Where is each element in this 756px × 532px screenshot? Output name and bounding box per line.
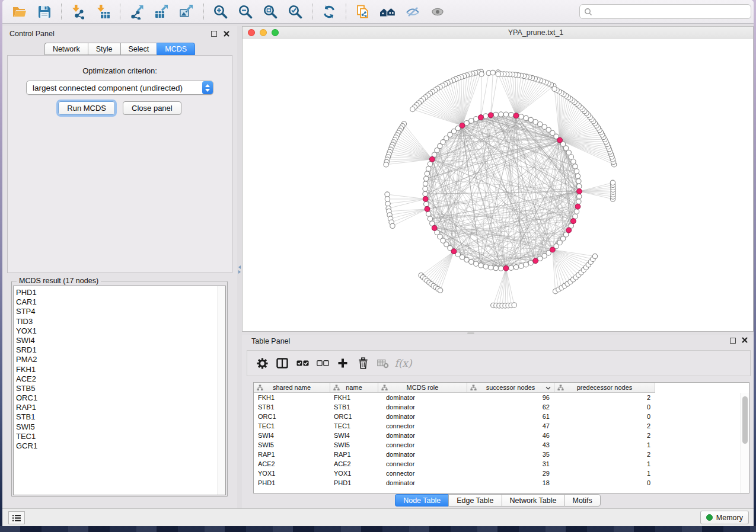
import-table-icon [95,4,111,20]
list-item[interactable]: TID3 [16,317,216,326]
table-cell: FKH1 [330,394,378,401]
memory-button[interactable]: Memory [700,511,749,524]
column-header[interactable]: successor nodes [467,383,554,393]
close-panel-icon[interactable] [223,30,230,37]
list-item[interactable]: YOX1 [16,326,216,336]
column-header[interactable]: shared name [254,383,330,393]
vertical-splitter[interactable] [237,26,242,508]
close-panel-button[interactable]: Close panel [123,101,181,115]
zoom-out-button[interactable] [233,2,258,21]
table-row[interactable]: YOX1YOX1connector291 [254,469,741,478]
list-item[interactable]: ACE2 [16,374,216,384]
memory-status-icon [706,514,713,521]
table-cell: connector [378,422,467,430]
list-item[interactable]: FKH1 [16,365,216,374]
mcds-result-list: PHD1CAR1STP4TID3YOX1SWI4SRD1PMA2FKH1ACE2… [13,286,226,495]
deselect-all-button[interactable] [312,354,333,372]
export-table-button[interactable] [149,2,174,21]
zoom-fit-button[interactable] [258,2,283,21]
plus-icon [337,358,348,368]
column-header[interactable]: predecessor nodes [554,383,655,393]
list-item[interactable]: STB1 [16,412,216,422]
table-panel: Table Panel f(x) shared namenameMCDS rol… [242,335,754,508]
import-network-button[interactable] [66,2,91,21]
window-close-icon[interactable] [248,29,255,36]
tab-mcds[interactable]: MCDS [157,43,195,55]
hide-selected-button[interactable] [400,2,425,21]
float-panel-icon[interactable] [211,31,217,37]
tab-node-table[interactable]: Node Table [395,494,448,507]
home-icon [379,4,396,20]
export-network-button[interactable] [125,2,149,21]
search-input[interactable] [595,8,747,16]
network-graph [243,39,753,331]
add-column-button[interactable] [333,354,353,372]
network-titlebar: YPA_prune.txt_1 [243,27,753,39]
list-item[interactable]: TEC1 [16,432,216,441]
table-scrollbar[interactable] [741,393,749,493]
list-item[interactable]: SWI5 [16,422,216,432]
refresh-icon [321,4,337,20]
list-item[interactable]: RAP1 [16,403,216,412]
refresh-button[interactable] [317,2,342,21]
tab-motifs[interactable]: Motifs [564,494,600,507]
table-row[interactable]: SWI4SWI4dominator462 [254,431,741,440]
sitemap-icon [381,384,388,391]
table-row[interactable]: PHD1PHD1dominator180 [254,478,741,488]
table-scrollbar-thumb[interactable] [742,396,748,444]
show-all-button[interactable] [425,2,450,21]
column-header[interactable]: MCDS role [378,383,467,393]
list-item[interactable]: ORC1 [16,393,216,403]
table-row[interactable]: RAP1RAP1dominator352 [254,450,741,459]
save-button[interactable] [32,2,57,21]
copy-view-button[interactable] [350,2,375,21]
import-table-button[interactable] [91,2,116,21]
table-row[interactable]: TEC1TEC1connector472 [254,421,741,431]
status-menu-button[interactable] [8,511,25,524]
delete-column-button[interactable] [353,354,373,372]
network-canvas[interactable] [243,39,753,331]
list-item[interactable]: STP4 [16,307,216,316]
run-mcds-button[interactable]: Run MCDS [58,101,115,115]
mcds-list-scrollbar[interactable] [218,286,225,495]
tab-edge-table[interactable]: Edge Table [448,494,501,507]
home-button[interactable] [375,2,400,21]
table-row[interactable]: SWI5SWI5connector431 [254,440,741,450]
table-row[interactable]: ACE2ACE2connector311 [254,459,741,469]
table-row[interactable]: ORC1ORC1dominator610 [254,412,741,421]
window-minimize-icon[interactable] [260,29,267,36]
tab-network[interactable]: Network [44,43,88,55]
delete-table-button[interactable] [373,354,393,372]
close-panel-icon[interactable] [741,336,748,344]
zoom-selected-button[interactable] [283,2,308,21]
function-builder-button[interactable]: f(x) [393,354,413,372]
export-image-button[interactable] [174,2,199,21]
show-columns-button[interactable] [272,354,292,372]
select-all-button[interactable] [292,354,312,372]
table-row[interactable]: FKH1FKH1dominator962 [254,393,741,402]
list-item[interactable]: SRD1 [16,345,216,355]
status-bar: Memory [2,508,754,526]
table-cell: YOX1 [254,470,330,477]
table-row[interactable]: STB1STB1dominator620 [254,402,741,412]
zoom-in-button[interactable] [208,2,233,21]
criterion-select[interactable]: largest connected component (undirected) [26,81,213,95]
list-icon [12,514,21,522]
float-panel-icon[interactable] [730,338,736,344]
tab-network-table[interactable]: Network Table [502,494,564,507]
tab-select[interactable]: Select [120,43,157,55]
column-header[interactable]: name [330,383,378,393]
list-item[interactable]: GCR1 [16,441,216,451]
horizontal-splitter[interactable] [467,332,474,334]
window-zoom-icon[interactable] [272,29,279,36]
list-item[interactable]: PHD1 [16,288,216,297]
list-item[interactable]: CAR1 [16,297,216,307]
list-item[interactable]: STB5 [16,384,216,393]
tab-style[interactable]: Style [88,43,120,55]
list-item[interactable]: SWI4 [16,336,216,345]
export-network-icon [129,4,145,20]
table-settings-button[interactable] [252,354,272,372]
open-button[interactable] [7,2,32,21]
table-cell: PHD1 [330,479,378,486]
list-item[interactable]: PMA2 [16,355,216,364]
